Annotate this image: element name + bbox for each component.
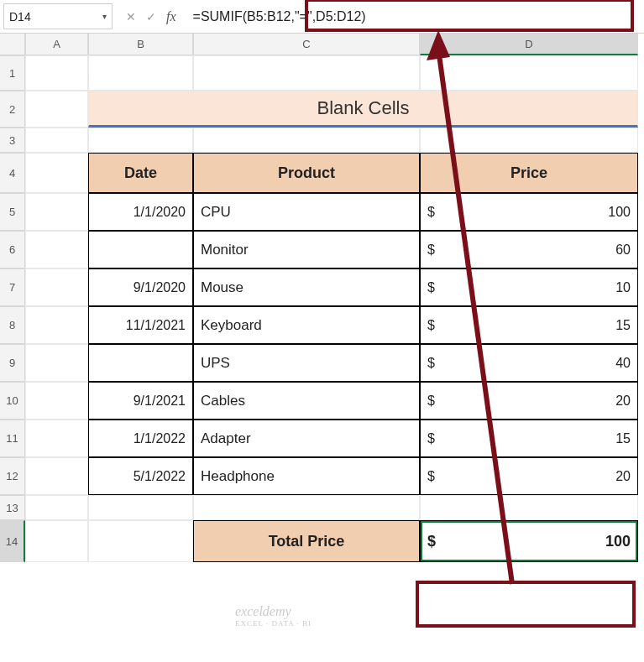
row-header-14[interactable]: 14 <box>0 520 25 562</box>
cell-A2[interactable] <box>25 91 88 128</box>
row: 1 <box>0 55 644 91</box>
row-header-4[interactable]: 4 <box>0 153 25 193</box>
row-header-13[interactable]: 13 <box>0 495 25 520</box>
cell-price[interactable]: $60 <box>420 231 638 268</box>
cell-date[interactable]: 5/1/2022 <box>88 457 193 495</box>
row-header-8[interactable]: 8 <box>0 306 25 344</box>
cell-A6[interactable] <box>25 231 88 268</box>
cell-product[interactable]: Keyboard <box>193 306 420 344</box>
cell-A7[interactable] <box>25 268 88 306</box>
cell-A14[interactable] <box>25 520 88 562</box>
cell-date[interactable] <box>88 231 193 268</box>
cell-date[interactable]: 1/1/2020 <box>88 193 193 231</box>
cell-product[interactable]: Cables <box>193 382 420 420</box>
cell-A9[interactable] <box>25 344 88 382</box>
cell-date[interactable]: 1/1/2022 <box>88 420 193 457</box>
col-header-C[interactable]: C <box>193 34 420 55</box>
cell-date[interactable]: 9/1/2020 <box>88 268 193 306</box>
cell-product[interactable]: CPU <box>193 193 420 231</box>
row-header-3[interactable]: 3 <box>0 128 25 153</box>
row-header-5[interactable]: 5 <box>0 193 25 231</box>
selected-cell-border: $ 100 <box>421 521 637 561</box>
cell-B3[interactable] <box>88 128 193 153</box>
cell-price[interactable]: $15 <box>420 420 638 457</box>
col-header-D[interactable]: D <box>420 34 638 55</box>
header-product[interactable]: Product <box>193 153 420 193</box>
total-value-cell[interactable]: $ 100 <box>420 520 638 562</box>
watermark: exceldemy EXCEL · DATA · BI <box>235 604 312 628</box>
fx-icon[interactable]: fx <box>166 9 176 24</box>
col-header-A[interactable]: A <box>25 34 88 55</box>
table-header-row: 4 Date Product Price <box>0 153 644 193</box>
name-box-value: D14 <box>9 10 31 23</box>
cell-A8[interactable] <box>25 306 88 344</box>
cell-price[interactable]: $100 <box>420 193 638 231</box>
formula-input[interactable]: =SUMIF(B5:B12,"=",D5:D12) <box>185 0 644 33</box>
cell-A1[interactable] <box>25 55 88 91</box>
cell-price[interactable]: $20 <box>420 457 638 495</box>
cell-D13[interactable] <box>420 495 638 520</box>
cell-product[interactable]: Adapter <box>193 420 420 457</box>
cell-A4[interactable] <box>25 153 88 193</box>
cell-B13[interactable] <box>88 495 193 520</box>
cell-B1[interactable] <box>88 55 193 91</box>
column-headers: A B C D <box>0 34 644 55</box>
cell-product[interactable]: Monitor <box>193 231 420 268</box>
formula-text: =SUMIF(B5:B12,"=",D5:D12) <box>193 9 366 24</box>
row: 3 <box>0 128 644 153</box>
enter-icon[interactable]: ✓ <box>146 10 156 23</box>
col-header-B[interactable]: B <box>88 34 193 55</box>
spreadsheet-grid[interactable]: A B C D 1 2 Blank Cells 3 4 <box>0 34 644 562</box>
cell-D1[interactable] <box>420 55 638 91</box>
table-row: 8 11/1/2021 Keyboard $15 <box>0 306 644 344</box>
annotation-rect-d14 <box>416 581 636 628</box>
name-box[interactable]: D14 ▾ <box>3 3 113 29</box>
cancel-icon[interactable]: ✕ <box>126 10 136 23</box>
table-row: 5 1/1/2020 CPU $100 <box>0 193 644 231</box>
cell-price[interactable]: $20 <box>420 382 638 420</box>
row-header-12[interactable]: 12 <box>0 457 25 495</box>
cell-A3[interactable] <box>25 128 88 153</box>
cell-product[interactable]: UPS <box>193 344 420 382</box>
table-row: 7 9/1/2020 Mouse $10 <box>0 268 644 306</box>
row-header-2[interactable]: 2 <box>0 91 25 128</box>
cell-D3[interactable] <box>420 128 638 153</box>
cell-date[interactable]: 11/1/2021 <box>88 306 193 344</box>
sheet-title[interactable]: Blank Cells <box>88 91 638 128</box>
cell-A12[interactable] <box>25 457 88 495</box>
row-header-9[interactable]: 9 <box>0 344 25 382</box>
cell-A13[interactable] <box>25 495 88 520</box>
cell-A10[interactable] <box>25 382 88 420</box>
select-all-corner[interactable] <box>0 34 25 55</box>
header-price[interactable]: Price <box>420 153 638 193</box>
row-header-10[interactable]: 10 <box>0 382 25 420</box>
cell-B14[interactable] <box>88 520 193 562</box>
formula-bar-buttons: ✕ ✓ fx <box>118 0 185 33</box>
cell-product[interactable]: Mouse <box>193 268 420 306</box>
table-row: 6 Monitor $60 <box>0 231 644 268</box>
table-row: 9 UPS $40 <box>0 344 644 382</box>
cell-C3[interactable] <box>193 128 420 153</box>
row-header-7[interactable]: 7 <box>0 268 25 306</box>
cell-price[interactable]: $15 <box>420 306 638 344</box>
row-header-6[interactable]: 6 <box>0 231 25 268</box>
cell-C1[interactable] <box>193 55 420 91</box>
table-row: 10 9/1/2021 Cables $20 <box>0 382 644 420</box>
total-row: 14 Total Price $ 100 <box>0 520 644 562</box>
cell-price[interactable]: $10 <box>420 268 638 306</box>
cell-C13[interactable] <box>193 495 420 520</box>
total-label[interactable]: Total Price <box>193 520 420 562</box>
row: 2 Blank Cells <box>0 91 644 128</box>
cell-A11[interactable] <box>25 420 88 457</box>
formula-bar-area: D14 ▾ ✕ ✓ fx =SUMIF(B5:B12,"=",D5:D12) <box>0 0 644 34</box>
row-header-1[interactable]: 1 <box>0 55 25 91</box>
cell-date[interactable] <box>88 344 193 382</box>
cell-product[interactable]: Headphone <box>193 457 420 495</box>
header-date[interactable]: Date <box>88 153 193 193</box>
cell-A5[interactable] <box>25 193 88 231</box>
cell-price[interactable]: $40 <box>420 344 638 382</box>
cell-date[interactable]: 9/1/2021 <box>88 382 193 420</box>
chevron-down-icon[interactable]: ▾ <box>102 12 107 21</box>
row-header-11[interactable]: 11 <box>0 420 25 457</box>
table-row: 12 5/1/2022 Headphone $20 <box>0 457 644 495</box>
